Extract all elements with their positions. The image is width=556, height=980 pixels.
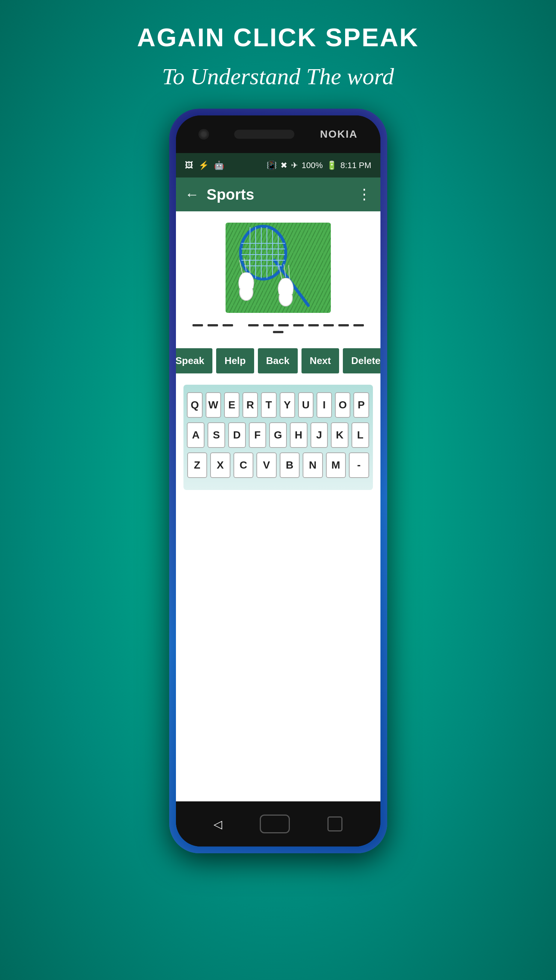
key-E[interactable]: E (224, 392, 239, 418)
help-button[interactable]: Help (216, 348, 254, 374)
vibrate-icon: 📳 (267, 160, 277, 170)
more-options-button[interactable]: ⋮ (357, 186, 372, 203)
back-button[interactable]: ← (185, 186, 199, 203)
key-D[interactable]: D (228, 422, 246, 448)
key-U[interactable]: U (298, 392, 314, 418)
app-content: Speak Help Back Next Delete Q W E R T Y … (176, 211, 380, 801)
blank-7 (293, 324, 304, 327)
blank-10 (338, 324, 349, 327)
key-Y[interactable]: Y (280, 392, 295, 418)
key-O[interactable]: O (335, 392, 351, 418)
key-C[interactable]: C (233, 453, 254, 478)
speaker-grill (234, 130, 294, 139)
key-N[interactable]: N (302, 453, 323, 478)
phone-bottom-nav: ◁ (176, 801, 380, 846)
key-Q[interactable]: Q (187, 392, 202, 418)
key-V[interactable]: V (256, 453, 277, 478)
sport-image (226, 223, 331, 313)
image-icon: 🖼 (185, 160, 193, 170)
blank-4 (248, 324, 259, 327)
key-M[interactable]: M (326, 453, 346, 478)
key-S[interactable]: S (207, 422, 225, 448)
key-H[interactable]: H (290, 422, 307, 448)
key-R[interactable]: R (242, 392, 258, 418)
key-G[interactable]: G (269, 422, 287, 448)
keyboard-row-3: Z X C V B N M - (187, 453, 369, 478)
blank-8 (308, 324, 319, 327)
blank-11 (353, 324, 364, 327)
key-L[interactable]: L (351, 422, 369, 448)
word-space-1 (238, 324, 244, 327)
subtitle: To Understand The word (137, 63, 419, 90)
main-title: AGAIN CLICK SPEAK (137, 23, 419, 52)
battery-icon: 🔋 (326, 160, 337, 170)
key-Z[interactable]: Z (187, 453, 207, 478)
status-icons-left: 🖼 ⚡ 🤖 (185, 160, 224, 170)
key-X[interactable]: X (210, 453, 230, 478)
blank-2 (207, 324, 218, 327)
key-F[interactable]: F (249, 422, 267, 448)
keyboard-area: Q W E R T Y U I O P A S D F G H (183, 385, 373, 490)
key-T[interactable]: T (261, 392, 276, 418)
speak-button[interactable]: Speak (176, 348, 213, 374)
blank-12 (273, 331, 283, 333)
instruction-area: AGAIN CLICK SPEAK To Understand The word (137, 23, 419, 90)
nav-home-button[interactable] (260, 815, 290, 833)
app-toolbar: ← Sports ⋮ (176, 178, 380, 211)
key-J[interactable]: J (310, 422, 328, 448)
blank-3 (223, 324, 233, 327)
brand-label: NOKIA (320, 128, 357, 140)
blank-1 (192, 324, 203, 327)
blank-6 (278, 324, 289, 327)
airplane-icon: ✈ (291, 160, 298, 170)
nav-back-button[interactable]: ◁ (213, 818, 222, 831)
blank-5 (263, 324, 274, 327)
status-bar: 🖼 ⚡ 🤖 📳 ✖ ✈ 100% 🔋 8:11 PM (176, 153, 380, 178)
status-icons-right: 📳 ✖ ✈ 100% 🔋 8:11 PM (267, 160, 371, 170)
key-A[interactable]: A (187, 422, 205, 448)
keyboard-row-2: A S D F G H J K L (187, 422, 369, 448)
time-display: 8:11 PM (341, 160, 372, 170)
usb-icon: ⚡ (199, 160, 208, 170)
next-button[interactable]: Next (302, 348, 339, 374)
back-word-button[interactable]: Back (258, 348, 298, 374)
no-sim-icon: ✖ (280, 160, 287, 170)
battery-percent: 100% (302, 160, 323, 170)
key-W[interactable]: W (205, 392, 221, 418)
android-icon: 🤖 (214, 160, 224, 170)
key-hyphen[interactable]: - (349, 453, 369, 478)
key-P[interactable]: P (353, 392, 369, 418)
app-title: Sports (207, 186, 357, 203)
phone-top-bezel: NOKIA (176, 115, 380, 153)
key-K[interactable]: K (331, 422, 349, 448)
key-I[interactable]: I (317, 392, 332, 418)
blank-9 (323, 324, 334, 327)
nav-recents-button[interactable] (327, 817, 343, 831)
action-buttons-row: Speak Help Back Next Delete (176, 348, 380, 374)
key-B[interactable]: B (280, 453, 300, 478)
keyboard-row-1: Q W E R T Y U I O P (187, 392, 369, 418)
phone-screen: NOKIA 🖼 ⚡ 🤖 📳 ✖ ✈ 100% 🔋 8:11 PM ← Sport… (176, 115, 380, 846)
camera-icon (199, 129, 209, 139)
phone-device: NOKIA 🖼 ⚡ 🤖 📳 ✖ ✈ 100% 🔋 8:11 PM ← Sport… (169, 109, 387, 853)
delete-button[interactable]: Delete (343, 348, 380, 374)
word-blanks-display (183, 324, 373, 333)
